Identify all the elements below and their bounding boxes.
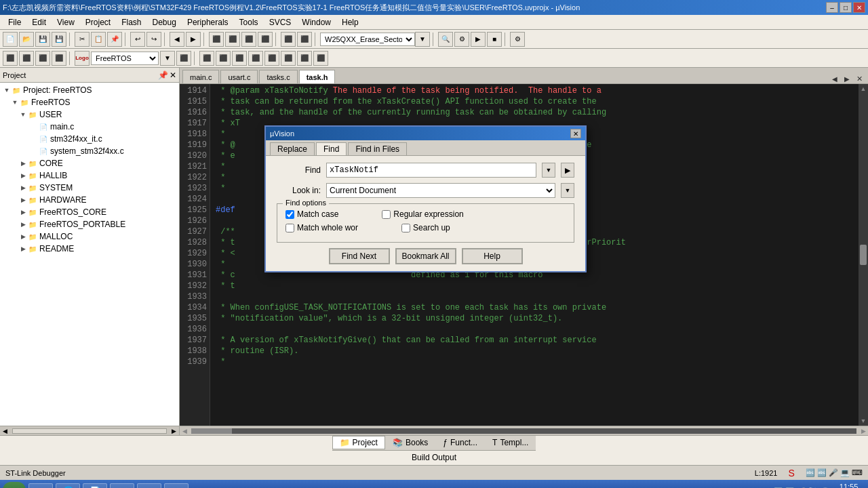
- save-all-btn[interactable]: 💾: [52, 32, 66, 47]
- menu-item-debug[interactable]: Debug: [147, 16, 182, 28]
- bottom-tab-templates[interactable]: T Templ...: [485, 436, 536, 449]
- maximize-button[interactable]: □: [840, 2, 852, 13]
- find-input[interactable]: [326, 163, 536, 178]
- tb-btn2[interactable]: ⬛: [225, 32, 240, 47]
- freertos-select[interactable]: FreeRTOS: [91, 52, 159, 65]
- tb2-btn3[interactable]: ⬛: [35, 51, 50, 66]
- menu-item-view[interactable]: View: [52, 16, 80, 28]
- menu-item-project[interactable]: Project: [80, 16, 116, 28]
- find-tab-replace[interactable]: Replace: [270, 142, 315, 155]
- find-search-button[interactable]: ▶: [561, 163, 574, 178]
- tb2-btn13[interactable]: ⬛: [313, 51, 328, 66]
- sidebar-pin-icon[interactable]: 📌: [158, 70, 168, 80]
- taskbar-app-word[interactable]: W: [164, 483, 189, 488]
- menu-item-edit[interactable]: Edit: [26, 16, 52, 28]
- expand-icon[interactable]: ▼: [11, 98, 19, 106]
- scroll-down-arrow[interactable]: ▼: [861, 418, 867, 424]
- new-btn[interactable]: 📄: [3, 32, 18, 47]
- redo-btn[interactable]: ↪: [146, 32, 161, 47]
- taskbar-app-explorer[interactable]: 🗂: [28, 483, 53, 488]
- dropdown-arrow[interactable]: ▼: [415, 32, 430, 47]
- taskbar-app-folder[interactable]: 📁: [110, 483, 134, 488]
- tb2-btn7[interactable]: ⬛: [216, 51, 231, 66]
- match-whole-word-checkbox[interactable]: [285, 224, 294, 232]
- sidebar-item-system-folder[interactable]: ▶ 📁 SYSTEM: [0, 182, 179, 194]
- forward-btn[interactable]: ▶: [186, 32, 201, 47]
- find-tab-find[interactable]: Find: [316, 142, 347, 155]
- sidebar-scroll-right[interactable]: ▶: [169, 428, 179, 434]
- tb2-btn11[interactable]: ⬛: [281, 51, 296, 66]
- build-btn[interactable]: ▶: [471, 32, 486, 47]
- search-up-checkbox[interactable]: [401, 224, 410, 232]
- tb-btn6[interactable]: ⬛: [297, 32, 312, 47]
- tb2-btn5[interactable]: ⬛: [176, 51, 191, 66]
- sidebar-item-freertos-portable[interactable]: ▶ 📁 FreeRTOS_PORTABLE: [0, 218, 179, 230]
- h-scroll-thumb[interactable]: [191, 428, 232, 434]
- fr-dropdown[interactable]: ▼: [160, 51, 175, 66]
- help-button[interactable]: Help: [462, 248, 523, 264]
- tb-btn5[interactable]: ⬛: [281, 32, 296, 47]
- copy-btn[interactable]: 📋: [91, 32, 106, 47]
- expand-icon[interactable]: ▶: [19, 159, 27, 167]
- tab-usart-c[interactable]: usart.c: [220, 70, 258, 83]
- tb2-btn10[interactable]: ⬛: [264, 51, 279, 66]
- options-btn[interactable]: ⚙: [510, 32, 525, 47]
- expand-icon[interactable]: ▶: [19, 220, 27, 228]
- tb2-btn1[interactable]: ⬛: [3, 51, 18, 66]
- tb-btn1[interactable]: ⬛: [209, 32, 224, 47]
- expand-icon[interactable]: ▶: [19, 245, 27, 253]
- lookin-dropdown-button[interactable]: ▼: [561, 183, 574, 198]
- h-scroll-left[interactable]: ◀: [180, 428, 189, 434]
- open-btn[interactable]: 📂: [19, 32, 34, 47]
- start-button[interactable]: ⊞: [3, 482, 26, 488]
- save-btn[interactable]: 💾: [35, 32, 50, 47]
- tab-task-h[interactable]: task.h: [299, 70, 336, 83]
- h-scroll-right[interactable]: ▶: [859, 428, 868, 434]
- menu-item-window[interactable]: Window: [296, 16, 336, 28]
- sidebar-item-main-c[interactable]: ▶ 📄 main.c: [0, 121, 179, 133]
- sidebar-scroll-left[interactable]: ◀: [0, 428, 10, 434]
- find-tab-find-in-files[interactable]: Find in Files: [348, 142, 407, 155]
- menu-item-tools[interactable]: Tools: [234, 16, 264, 28]
- taskbar-app-browser[interactable]: 🌐: [56, 483, 80, 488]
- tab-close[interactable]: ✕: [854, 75, 865, 83]
- bottom-tab-books[interactable]: 📚 Books: [385, 436, 435, 449]
- search-btn[interactable]: 🔍: [438, 32, 453, 47]
- find-dropdown-button[interactable]: ▼: [542, 163, 555, 178]
- undo-btn[interactable]: ↩: [130, 32, 145, 47]
- tb2-btn2[interactable]: ⬛: [19, 51, 34, 66]
- taskbar-app-acrobat[interactable]: 📄: [83, 483, 107, 488]
- expand-icon[interactable]: ▼: [19, 110, 27, 119]
- sidebar-item-hardware[interactable]: ▶ 📁 HARDWARE: [0, 194, 179, 206]
- tb2-btn4[interactable]: ⬛: [52, 51, 66, 66]
- logo-btn[interactable]: Logo: [75, 51, 90, 66]
- find-next-button[interactable]: Find Next: [329, 248, 390, 264]
- tb2-btn12[interactable]: ⬛: [297, 51, 312, 66]
- target-select[interactable]: W25QXX_Erase_Sector: [320, 33, 415, 46]
- scroll-up-arrow[interactable]: ▲: [861, 85, 867, 92]
- sidebar-item-freertos-core[interactable]: ▶ 📁 FreeRTOS_CORE: [0, 206, 179, 218]
- expand-icon[interactable]: ▶: [19, 196, 27, 204]
- scroll-thumb[interactable]: [860, 245, 867, 265]
- bookmark-all-button[interactable]: Bookmark All: [395, 248, 456, 264]
- regular-expression-checkbox[interactable]: [382, 210, 391, 219]
- sidebar-item-stm32[interactable]: ▶ 📄 stm32f4xx_it.c: [0, 133, 179, 145]
- paste-btn[interactable]: 📌: [107, 32, 122, 47]
- tab-scroll-left[interactable]: ◀: [829, 75, 840, 83]
- menu-item-flash[interactable]: Flash: [116, 16, 146, 28]
- vertical-scrollbar[interactable]: ▲ ▼: [859, 84, 868, 426]
- stop-btn[interactable]: ■: [487, 32, 502, 47]
- horizontal-scrollbar[interactable]: ◀ ▶: [180, 426, 868, 435]
- sidebar-item-hallib[interactable]: ▶ 📁 HALLIB: [0, 169, 179, 182]
- close-button[interactable]: ✕: [853, 2, 865, 13]
- expand-icon[interactable]: ▶: [19, 208, 27, 216]
- menu-item-help[interactable]: Help: [336, 16, 364, 28]
- sidebar-item-readme[interactable]: ▶ 📁 README: [0, 243, 179, 255]
- tb2-btn8[interactable]: ⬛: [232, 51, 247, 66]
- tb-btn4[interactable]: ⬛: [258, 32, 273, 47]
- tab-tasks-c[interactable]: tasks.c: [259, 70, 297, 83]
- expand-icon[interactable]: ▶: [19, 171, 27, 180]
- expand-icon[interactable]: ▶: [19, 232, 27, 241]
- sidebar-close-icon[interactable]: ✕: [170, 70, 176, 80]
- menu-item-svcs[interactable]: SVCS: [264, 16, 297, 28]
